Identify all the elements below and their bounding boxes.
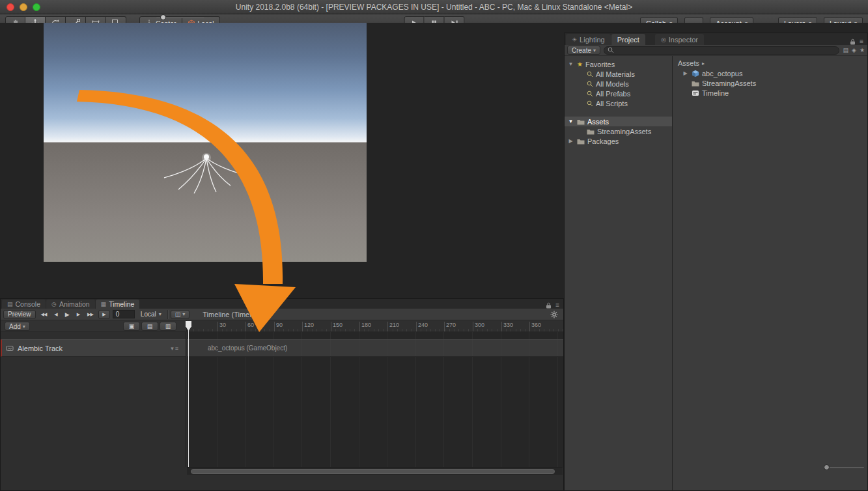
favorite-label: All Materials xyxy=(596,70,635,78)
next-frame-button[interactable]: ▶ xyxy=(74,309,82,320)
replace-mode-icon: ▥ xyxy=(165,323,171,330)
timescale-label: Local xyxy=(141,311,156,318)
search-icon xyxy=(608,47,614,53)
clip-edit-mode-button[interactable]: ◫ ▾ xyxy=(171,310,190,319)
packages-folder-row[interactable]: ▶ Packages xyxy=(565,136,672,146)
folder-icon xyxy=(692,80,699,87)
disclosure-open-icon[interactable]: ▼ xyxy=(567,61,574,67)
track-lane-column[interactable]: abc_octopus (GameObject) xyxy=(187,332,563,467)
panel-menu-icon[interactable]: ≡ xyxy=(555,302,559,309)
window-titlebar: Unity 2018.2.0b8 (64bit) - [PREVIEW PACK… xyxy=(0,0,868,14)
folder-icon xyxy=(577,138,585,145)
ruler-tick: 30 xyxy=(217,322,226,331)
ruler-tick: 210 xyxy=(387,322,399,331)
timeline-panel: ▤ Console ◷ Animation ▦ Timeline ≡ Previ… xyxy=(0,298,564,491)
breadcrumb-label[interactable]: Assets xyxy=(678,59,699,67)
scrollbar-thumb[interactable] xyxy=(191,469,555,474)
chevron-down-icon: ▾ xyxy=(182,311,185,317)
tab-timeline[interactable]: ▦ Timeline xyxy=(96,300,140,309)
thumbnail-zoom-slider[interactable] xyxy=(824,464,864,471)
file-timeline[interactable]: Timeline xyxy=(673,88,867,98)
goto-end-button[interactable]: ▶▶ xyxy=(85,309,96,320)
frame-field[interactable]: 0 xyxy=(113,310,135,318)
alembic-track-header[interactable]: Alembic Track ▾≡ xyxy=(1,339,186,357)
assets-folder-label: Assets xyxy=(587,118,609,126)
timescale-dropdown[interactable]: Local ▾ xyxy=(137,309,165,320)
ruler-tick: 360 xyxy=(529,322,541,331)
packages-label: Packages xyxy=(587,137,619,145)
favorite-all-prefabs[interactable]: All Prefabs xyxy=(565,89,672,98)
disclosure-open-icon[interactable]: ▼ xyxy=(567,119,574,124)
folder-icon xyxy=(587,128,595,135)
tab-console[interactable]: ▤ Console xyxy=(2,300,46,309)
lighting-icon: ☀ xyxy=(572,36,577,43)
mix-mode-button[interactable]: ▣ xyxy=(123,322,140,331)
ruler-tick: 120 xyxy=(302,322,314,331)
timeline-settings-button[interactable] xyxy=(550,311,561,318)
play-range-toggle[interactable]: ▶ xyxy=(98,310,110,319)
ripple-mode-icon: ▤ xyxy=(147,323,153,330)
disclosure-closed-icon[interactable]: ▶ xyxy=(682,70,689,76)
zoom-slider-knob[interactable] xyxy=(824,464,830,470)
streaming-assets-folder-row[interactable]: StreamingAssets xyxy=(565,126,672,136)
favorites-root[interactable]: ▼ ★ Favorites xyxy=(565,59,672,69)
timeline-toolbar: Preview ◀◀ ◀ ▶ ▶ ▶▶ ▶ 0 Local ▾ ◫ ▾ Time… xyxy=(1,309,563,320)
tab-lighting[interactable]: ☀ Lighting xyxy=(566,34,611,45)
preview-toggle-button[interactable]: Preview xyxy=(3,310,36,319)
favorite-label: All Models xyxy=(596,80,629,88)
favorites-filter-icon[interactable]: ★ xyxy=(860,47,865,53)
track-menu-icon[interactable]: ≡ xyxy=(175,345,178,352)
octopus-object xyxy=(151,152,262,204)
ruler-tick: 270 xyxy=(444,322,456,331)
timeline-icon: ▦ xyxy=(101,301,107,307)
disclosure-closed-icon[interactable]: ▶ xyxy=(567,138,574,144)
timeline-ruler[interactable]: 30 60 90 120 150 180 210 240 270 300 330… xyxy=(186,320,563,331)
search-by-label-icon[interactable]: ◈ xyxy=(852,47,856,53)
chevron-down-icon[interactable]: ▾ xyxy=(171,345,174,352)
lock-icon[interactable] xyxy=(546,302,552,309)
ripple-mode-button[interactable]: ▤ xyxy=(141,322,158,331)
tab-animation[interactable]: ◷ Animation xyxy=(46,300,95,309)
project-create-button[interactable]: Create ▾ xyxy=(567,46,600,55)
ruler-tick: 90 xyxy=(274,322,283,331)
file-abc-octopus[interactable]: ▶ abc_octopus xyxy=(673,68,867,78)
timeline-asset-icon xyxy=(692,89,699,97)
tab-project[interactable]: Project xyxy=(611,34,645,45)
ruler-tick: 60 xyxy=(245,322,254,331)
replace-mode-button[interactable]: ▥ xyxy=(160,322,176,331)
project-search-input[interactable] xyxy=(604,46,839,55)
folder-icon xyxy=(577,119,585,125)
file-label: StreamingAssets xyxy=(702,79,756,87)
panel-menu-icon[interactable]: ≡ xyxy=(860,38,863,45)
favorite-all-scripts[interactable]: All Scripts xyxy=(565,98,672,108)
lock-icon[interactable] xyxy=(850,38,856,45)
track-header-column: Alembic Track ▾≡ xyxy=(1,332,186,467)
track-name: Alembic Track xyxy=(18,344,63,352)
edit-modes-group: ▣ ▤ ▥ xyxy=(123,322,176,331)
project-toolbar: Create ▾ ▤ ◈ ★ xyxy=(565,45,867,56)
favorite-all-models[interactable]: All Models xyxy=(565,79,672,89)
favorite-all-materials[interactable]: All Materials xyxy=(565,69,672,79)
timeline-asset-title[interactable]: Timeline (Timeline) xyxy=(203,311,263,318)
search-by-type-icon[interactable]: ▤ xyxy=(843,47,848,53)
tab-inspector[interactable]: ◎ Inspector xyxy=(655,34,704,45)
goto-start-button[interactable]: ◀◀ xyxy=(38,309,49,320)
favorites-label: Favorites xyxy=(585,61,615,68)
tab-label: Project xyxy=(617,36,639,44)
search-icon xyxy=(587,100,593,107)
scale-slider[interactable] xyxy=(156,17,204,18)
console-icon: ▤ xyxy=(7,301,13,307)
alembic-track-lane[interactable]: abc_octopus (GameObject) xyxy=(187,339,563,357)
mix-mode-icon: ▣ xyxy=(129,323,135,330)
file-streaming-assets[interactable]: StreamingAssets xyxy=(673,78,867,88)
clip-edit-icon: ◫ xyxy=(175,311,181,318)
timeline-play-button[interactable]: ▶ xyxy=(63,309,72,320)
file-label: Timeline xyxy=(702,89,729,97)
add-track-button[interactable]: Add ▾ xyxy=(5,322,30,331)
previous-frame-button[interactable]: ◀ xyxy=(51,309,59,320)
timeline-horizontal-scrollbar[interactable] xyxy=(187,467,563,475)
project-split: ▼ ★ Favorites All Materials All Models A… xyxy=(565,56,867,490)
tab-label: Console xyxy=(16,300,41,308)
assets-folder-row[interactable]: ▼ Assets xyxy=(565,117,672,126)
tab-label: Animation xyxy=(59,300,90,308)
